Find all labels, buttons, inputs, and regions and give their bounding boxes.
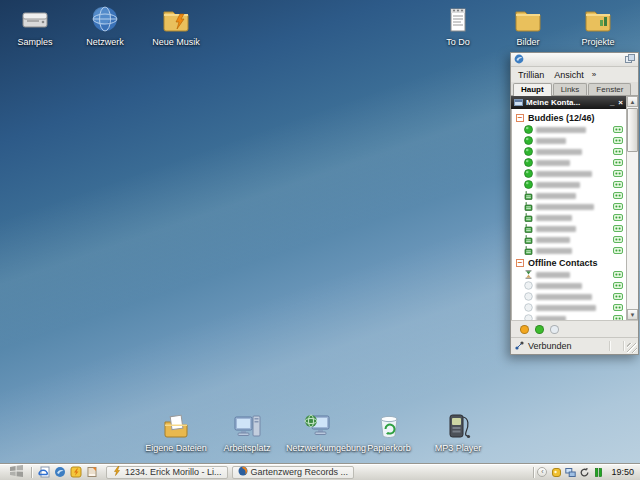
- buddy-name-redacted: [536, 160, 570, 166]
- drive-icon: [3, 4, 67, 36]
- trillian-tray-icon[interactable]: [551, 467, 562, 478]
- icq-badge-icon: [613, 170, 623, 177]
- buddy-row[interactable]: [512, 146, 626, 157]
- taskbar-task-gartenzwerg[interactable]: Gartenzwerg Records ...: [232, 466, 355, 479]
- bolt-icon: [112, 466, 122, 478]
- menu-trillian[interactable]: Trillian: [518, 70, 544, 80]
- buddy-row[interactable]: [512, 168, 626, 179]
- buddy-row[interactable]: [512, 269, 626, 280]
- taskbar: 1234. Erick Morillo - Li...Gartenzwerg R…: [0, 463, 640, 480]
- icq-badge-icon: [613, 126, 623, 133]
- buddy-row[interactable]: [512, 212, 626, 223]
- scroll-thumb[interactable]: [627, 108, 638, 152]
- buddy-name-redacted: [536, 294, 592, 300]
- buddy-name-redacted: [536, 226, 576, 232]
- presence-online-button[interactable]: [535, 325, 544, 334]
- taskbar-task-1234-erick[interactable]: 1234. Erick Morillo - Li...: [106, 466, 228, 479]
- trillian-titlebar[interactable]: [511, 53, 638, 67]
- buddy-row[interactable]: [512, 313, 626, 320]
- icq-badge-icon: [613, 293, 623, 300]
- buddy-row[interactable]: [512, 245, 626, 256]
- collapse-icon[interactable]: −: [516, 259, 524, 267]
- online-status-icon: [524, 169, 533, 178]
- desktop-icon-label: Netzwerkumgebung: [286, 443, 350, 453]
- tab-fenster[interactable]: Fenster: [588, 83, 631, 95]
- window-dock-icon[interactable]: [625, 54, 635, 65]
- taskbar-separator: [533, 467, 534, 478]
- presence-away-button[interactable]: [520, 325, 529, 334]
- quicklaunch-winamp-icon[interactable]: [69, 466, 82, 479]
- tab-bar: HauptLinksFenster: [511, 82, 638, 96]
- buddy-name-redacted: [536, 248, 572, 254]
- desktop-icon-arbeitsplatz[interactable]: Arbeitsplatz: [215, 410, 279, 453]
- close-button[interactable]: ×: [618, 99, 623, 107]
- desktop-icon-label: Eigene Dateien: [144, 443, 208, 453]
- buddy-row[interactable]: [512, 280, 626, 291]
- buddy-row[interactable]: [512, 157, 626, 168]
- menu-ansicht[interactable]: Ansicht: [554, 70, 584, 80]
- icq-badge-icon: [613, 137, 623, 144]
- buddy-row[interactable]: [512, 223, 626, 234]
- group-header-buddies-12-46[interactable]: −Buddies (12/46): [512, 111, 626, 124]
- desktop-icon-neue-musik[interactable]: Neue Musik: [144, 4, 208, 47]
- desktop-icon-mp3-player[interactable]: MP3 Player: [426, 410, 490, 453]
- buddy-row[interactable]: [512, 234, 626, 245]
- desktop-icon-netzwerkumgebung[interactable]: Netzwerkumgebung: [286, 410, 350, 453]
- collapse-icon[interactable]: −: [516, 114, 524, 122]
- tab-links[interactable]: Links: [553, 83, 588, 95]
- buddy-row[interactable]: [512, 135, 626, 146]
- desktop-icon-projekte[interactable]: Projekte: [566, 4, 630, 47]
- mydocs-icon: [144, 410, 208, 442]
- contactlist-titlebar[interactable]: Meine Konta... _ ×: [511, 96, 626, 109]
- mobile-status-icon: [524, 235, 533, 244]
- presence-invisible-button[interactable]: [550, 325, 559, 334]
- buddy-row[interactable]: [512, 124, 626, 135]
- buddy-row[interactable]: [512, 302, 626, 313]
- buddy-name-redacted: [536, 182, 580, 188]
- buddy-row[interactable]: [512, 201, 626, 212]
- menu-overflow-icon[interactable]: »: [592, 70, 596, 79]
- contactlist-window-icon: [514, 99, 523, 106]
- tray-collapse-icon[interactable]: ‹: [537, 467, 547, 477]
- update-tray-icon[interactable]: [579, 467, 590, 478]
- quick-launch: [35, 466, 100, 479]
- scrollbar[interactable]: ▲ ▼: [626, 96, 638, 320]
- minimize-button[interactable]: _: [610, 99, 614, 107]
- icq-badge-icon: [613, 282, 623, 289]
- clock[interactable]: 19:50: [611, 467, 634, 477]
- desktop-icon-bilder[interactable]: Bilder: [496, 4, 560, 47]
- buddy-name-redacted: [536, 237, 570, 243]
- start-button[interactable]: [4, 465, 28, 480]
- resize-grip[interactable]: [627, 343, 637, 353]
- folder-icon: [496, 4, 560, 36]
- online-status-icon: [524, 147, 533, 156]
- recycle-icon: [357, 410, 421, 442]
- buddy-row[interactable]: [512, 190, 626, 201]
- presence-buttons: [511, 320, 638, 337]
- network-tray-icon[interactable]: [565, 467, 576, 478]
- quicklaunch-trillian-icon[interactable]: [53, 466, 66, 479]
- buddy-row[interactable]: [512, 291, 626, 302]
- scroll-down-icon[interactable]: ▼: [627, 309, 638, 320]
- desktop-icon-to-do[interactable]: To Do: [426, 4, 490, 47]
- netplaces-icon: [286, 410, 350, 442]
- tab-haupt[interactable]: Haupt: [513, 83, 552, 96]
- desktop-icon-eigene-dateien[interactable]: Eigene Dateien: [144, 410, 208, 453]
- desktop-icon-samples[interactable]: Samples: [3, 4, 67, 47]
- trillian-window: Trillian Ansicht » HauptLinksFenster Mei…: [510, 52, 639, 355]
- scroll-track[interactable]: [627, 107, 638, 309]
- group-header-offline-contacts[interactable]: −Offline Contacts: [512, 256, 626, 269]
- quicklaunch-notes-icon[interactable]: [85, 466, 98, 479]
- icq-badge-icon: [613, 236, 623, 243]
- desktop-icon-papierkorb[interactable]: Papierkorb: [357, 410, 421, 453]
- online-status-icon: [524, 136, 533, 145]
- quicklaunch-browser-icon[interactable]: [37, 466, 50, 479]
- task-label: 1234. Erick Morillo - Li...: [125, 467, 222, 477]
- buddy-row[interactable]: [512, 179, 626, 190]
- mobile-status-icon: [524, 191, 533, 200]
- scroll-up-icon[interactable]: ▲: [627, 96, 638, 107]
- desktop-icon-netzwerk[interactable]: Netzwerk: [73, 4, 137, 47]
- desktop-icon-label: Neue Musik: [144, 37, 208, 47]
- group-label: Buddies (12/46): [528, 113, 595, 123]
- volume-tray-icon[interactable]: [593, 467, 604, 478]
